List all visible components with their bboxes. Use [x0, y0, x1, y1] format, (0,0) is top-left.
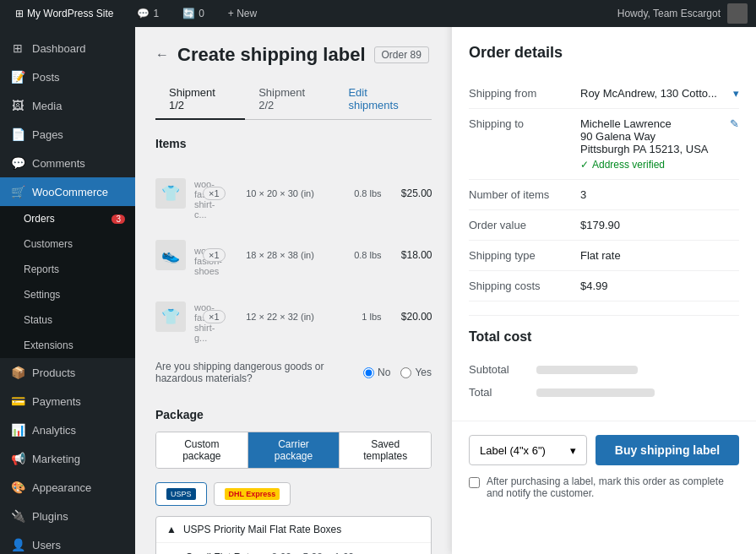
posts-icon: 📝: [10, 69, 25, 84]
dhl-logo: DHL Express: [225, 488, 280, 500]
item-thumb-2: 👟: [155, 240, 186, 270]
order-value: $179.90: [580, 219, 739, 231]
item-weight-1: 0.8 lbs: [335, 188, 382, 198]
sidebar-item-customers[interactable]: Customers: [0, 231, 135, 257]
pkg-tab-custom[interactable]: Custom package: [156, 432, 248, 468]
page-title: Create shipping label: [177, 44, 366, 66]
panel-title: Order details: [469, 44, 739, 62]
shipping-to-value: Michelle Lawrence 90 Galena Way Pittsbur…: [580, 117, 720, 171]
item-price-2: $18.00: [390, 249, 432, 261]
pkg-tab-saved[interactable]: Saved templates: [340, 432, 431, 468]
checkmark-icon: ✓: [580, 159, 589, 171]
buy-shipping-label-button[interactable]: Buy shipping label: [596, 435, 739, 465]
sidebar-item-dashboard[interactable]: ⊞ Dashboard: [0, 34, 135, 62]
plugins-icon: 🔌: [10, 508, 25, 524]
media-icon: 🖼: [10, 98, 25, 113]
admin-updates[interactable]: 🔄 0: [176, 0, 211, 27]
sidebar-item-analytics[interactable]: 📊 Analytics: [0, 416, 135, 444]
sidebar-item-comments[interactable]: 💬 Comments: [0, 149, 135, 177]
item-thumb-1: 👕: [155, 178, 186, 209]
item-badge-2: ×1: [203, 248, 226, 262]
comments-icon: 💬: [10, 155, 25, 171]
usps-logo: USPS: [166, 488, 196, 500]
package-group-1: ▲ USPS Priority Mail Flat Rate Boxes Sma…: [155, 516, 432, 554]
shipping-to-edit-btn[interactable]: ✎: [730, 117, 739, 130]
wp-logo-icon: ⊞: [15, 8, 24, 19]
item-row-3: 👕 Shirt - Green woo-fasion-shirt-g... ×1…: [155, 284, 432, 350]
sidebar-item-products[interactable]: 📦 Products: [0, 358, 135, 387]
users-icon: 👤: [10, 537, 25, 552]
sidebar-item-status[interactable]: Status: [0, 307, 135, 333]
label-size-select[interactable]: Label (4"x 6") ▾: [469, 435, 587, 465]
radio-yes[interactable]: Yes: [400, 367, 432, 378]
admin-bar-right: Howdy, Team Escargot: [617, 3, 748, 24]
notify-checkbox[interactable]: [469, 477, 480, 488]
sidebar-item-plugins[interactable]: 🔌 Plugins: [0, 502, 135, 530]
carrier-usps[interactable]: USPS: [155, 482, 207, 506]
sidebar-item-posts[interactable]: 📝 Posts: [0, 62, 135, 91]
panel-footer: Label (4"x 6") ▾ Buy shipping label Afte…: [452, 421, 756, 513]
orders-badge: 3: [111, 215, 125, 224]
woocommerce-icon: 🛒: [10, 184, 25, 199]
dangerous-goods-radio: No Yes: [363, 367, 432, 378]
page-header: ← Create shipping label Order 89: [155, 44, 432, 66]
back-button[interactable]: ←: [155, 47, 169, 62]
tab-shipment1[interactable]: Shipment 1/2: [155, 79, 245, 120]
pkg-tab-carrier[interactable]: Carrier package: [248, 432, 340, 468]
order-value-row: Order value $179.90: [469, 210, 739, 241]
analytics-icon: 📊: [10, 422, 25, 437]
sidebar-item-reports[interactable]: Reports: [0, 257, 135, 282]
total-section: Total cost Subtotal Total: [469, 329, 739, 404]
item-dims-1: 10 × 20 × 30 (in): [234, 188, 327, 198]
package-group-header[interactable]: ▲ USPS Priority Mail Flat Rate Boxes: [156, 517, 431, 543]
num-items-row: Number of items 3: [469, 180, 739, 210]
total-title: Total cost: [469, 329, 739, 345]
admin-bar: ⊞ My WordPress Site 💬 1 🔄 0 + New Howdy,…: [0, 0, 756, 27]
comment-icon: 💬: [137, 8, 150, 19]
sidebar-item-orders[interactable]: Orders 3: [0, 206, 135, 231]
carrier-dhl[interactable]: DHL Express: [214, 482, 291, 506]
admin-site-name[interactable]: ⊞ My WordPress Site: [8, 0, 120, 27]
sidebar-item-users[interactable]: 👤 Users: [0, 530, 135, 554]
item-weight-2: 0.8 lbs: [335, 250, 382, 260]
shipping-from-row: Shipping from Roy McAndrew, 130 Cotto...…: [469, 79, 739, 109]
marketing-icon: 📢: [10, 451, 25, 466]
item-row-1: 👕 Shirt - Cream woo-fasion-shirt-c... ×1…: [155, 160, 432, 227]
woo-submenu: Orders 3 Customers Reports Settings Stat…: [0, 206, 135, 358]
shipping-from-dropdown[interactable]: ▾: [733, 87, 739, 100]
item-badge-1: ×1: [203, 187, 226, 200]
admin-comments[interactable]: 💬 1: [130, 0, 166, 27]
item-price-1: $25.00: [390, 187, 432, 199]
package-option-1: Small Flat Rate Box 8.63 × 5.38 × 1.63 i…: [156, 543, 431, 554]
item-row-2: 👟 Shoes woo-fasion-shoes ×1 18 × 28 × 38…: [155, 227, 432, 284]
package-type-tabs: Custom package Carrier package Saved tem…: [155, 432, 432, 469]
notify-row: After purchasing a label, mark this orde…: [469, 475, 739, 499]
shipping-from-value[interactable]: Roy McAndrew, 130 Cotto...: [580, 87, 723, 100]
sidebar-item-payments[interactable]: 💳 Payments: [0, 387, 135, 416]
main-content: ← Create shipping label Order 89 Shipmen…: [135, 0, 452, 554]
admin-new[interactable]: + New: [221, 0, 264, 27]
item-dims-3: 12 × 22 × 32 (in): [234, 312, 327, 322]
item-price-3: $20.00: [390, 311, 432, 323]
tab-edit-shipments[interactable]: Edit shipments: [334, 79, 432, 119]
sidebar-item-media[interactable]: 🖼 Media: [0, 91, 135, 120]
item-weight-3: 1 lbs: [335, 312, 382, 322]
chevron-down-icon: ▾: [570, 444, 576, 457]
address-verified-badge: ✓ Address verified: [580, 159, 720, 171]
item-badge-3: ×1: [203, 310, 226, 323]
subtotal-loading: [536, 366, 638, 374]
sidebar-item-woocommerce[interactable]: 🛒 WooCommerce: [0, 177, 135, 206]
item-thumb-3: 👕: [155, 301, 186, 332]
subtotal-row: Subtotal: [469, 358, 739, 381]
sidebar-item-pages[interactable]: 📄 Pages: [0, 120, 135, 149]
sidebar-item-appearance[interactable]: 🎨 Appearance: [0, 473, 135, 502]
order-details-panel: Order details Shipping from Roy McAndrew…: [452, 0, 756, 554]
package-section-title: Package: [155, 408, 432, 421]
sidebar-item-extensions[interactable]: Extensions: [0, 333, 135, 358]
sidebar-item-woo-settings[interactable]: Settings: [0, 282, 135, 307]
products-icon: 📦: [10, 365, 25, 380]
sidebar-item-marketing[interactable]: 📢 Marketing: [0, 444, 135, 473]
pages-icon: 📄: [10, 127, 25, 142]
radio-no[interactable]: No: [363, 367, 390, 378]
tab-shipment2[interactable]: Shipment 2/2: [245, 79, 334, 120]
